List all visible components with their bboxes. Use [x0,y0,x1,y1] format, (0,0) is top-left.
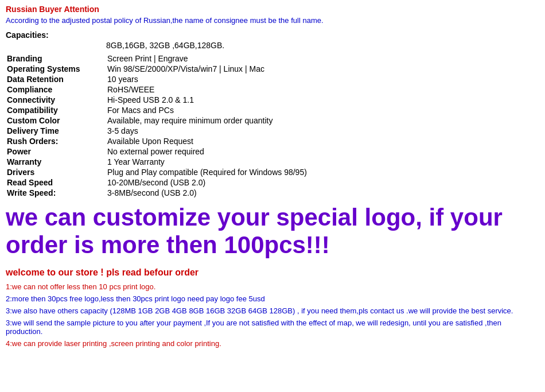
spec-value: RoHS/WEEE [106,84,539,95]
spec-row: Custom ColorAvailable, may require minim… [6,115,539,126]
russian-title: Russian Buyer Attention [6,5,539,14]
spec-label: Operating Systems [6,64,106,74]
spec-value: 3-5 days [106,126,539,136]
spec-row: PowerNo external power required [6,146,539,157]
spec-label: Write Speed: [6,188,106,198]
welcome-title: welcome to our store ! pls read befour o… [6,267,539,278]
spec-value: For Macs and PCs [106,105,539,115]
notices-container: 1:we can not offer less then 10 pcs prin… [6,282,539,348]
spec-row: Operating SystemsWin 98/SE/2000/XP/Vista… [6,64,539,74]
spec-value: Screen Print | Engrave [106,53,539,64]
welcome-section: welcome to our store ! pls read befour o… [6,267,539,348]
spec-label: Power [6,146,106,157]
spec-row: Read Speed10-20MB/second (USB 2.0) [6,177,539,188]
capacities-section: Capacities: 8GB,16GB, 32GB ,64GB,128GB. [6,30,539,50]
spec-label: Rush Orders: [6,136,106,146]
spec-label: Data Retention [6,74,106,84]
russian-buyer-attention: Russian Buyer Attention According to the… [6,5,539,25]
spec-row: Write Speed:3-8MB/second (USB 2.0) [6,188,539,198]
spec-value: Plug and Play compatible (Required for W… [106,167,539,177]
spec-row: ConnectivityHi-Speed USB 2.0 & 1.1 [6,95,539,105]
spec-value: 10-20MB/second (USB 2.0) [106,177,539,188]
capacities-values: 8GB,16GB, 32GB ,64GB,128GB. [106,41,539,50]
spec-row: Rush Orders:Available Upon Request [6,136,539,146]
specs-table: BrandingScreen Print | EngraveOperating … [6,53,539,198]
spec-row: Warranty 1 Year Warranty [6,157,539,167]
spec-value: 3-8MB/second (USB 2.0) [106,188,539,198]
spec-label: Delivery Time [6,126,106,136]
notice-item: 1:we can not offer less then 10 pcs prin… [6,282,539,291]
capacities-label: Capacities: [6,30,539,40]
notice-item: 4:we can provide laser printing ,screen … [6,339,539,348]
spec-row: CompatibilityFor Macs and PCs [6,105,539,115]
spec-value: No external power required [106,146,539,157]
spec-label: Read Speed [6,177,106,188]
spec-value: Win 98/SE/2000/XP/Vista/win7 | Linux | M… [106,64,539,74]
notice-item: 2:more then 30pcs free logo,less then 30… [6,294,539,303]
spec-row: DriversPlug and Play compatible (Require… [6,167,539,177]
spec-label: Connectivity [6,95,106,105]
spec-label: Warranty [6,157,106,167]
spec-row: Delivery Time3-5 days [6,126,539,136]
spec-label: Compatibility [6,105,106,115]
notice-item: 3:we will send the sample picture to you… [6,319,539,336]
spec-row: ComplianceRoHS/WEEE [6,84,539,95]
spec-value: Hi-Speed USB 2.0 & 1.1 [106,95,539,105]
spec-value: Available, may require minimum order qua… [106,115,539,126]
spec-label: Drivers [6,167,106,177]
spec-value: Available Upon Request [106,136,539,146]
spec-label: Custom Color [6,115,106,126]
notice-item: 3:we also have others capacity (128MB 1G… [6,306,539,315]
spec-label: Compliance [6,84,106,95]
russian-note: According to the adjusted postal policy … [6,16,539,25]
customize-text: we can customize your special logo, if y… [6,204,539,259]
spec-value: 10 years [106,74,539,84]
spec-row: Data Retention10 years [6,74,539,84]
spec-row: BrandingScreen Print | Engrave [6,53,539,64]
spec-value: 1 Year Warranty [106,157,539,167]
spec-label: Branding [6,53,106,64]
